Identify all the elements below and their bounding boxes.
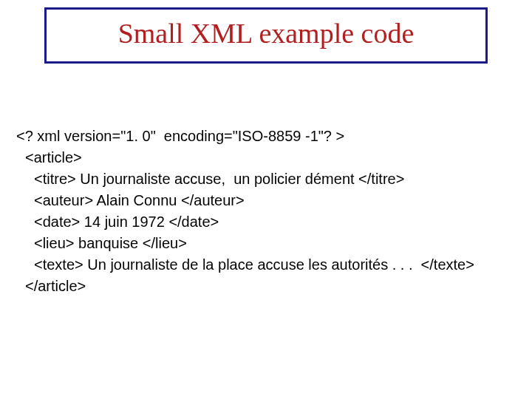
code-line-lieu: <lieu> banquise </lieu> <box>16 233 516 254</box>
xml-code-block: <? xml version="1. 0" encoding="ISO-8859… <box>16 126 516 297</box>
code-line-date: <date> 14 juin 1972 </date> <box>16 211 516 233</box>
code-line-article-open: <article> <box>16 147 516 168</box>
code-line-article-close: </article> <box>16 276 516 297</box>
slide: Small XML example code <? xml version="1… <box>0 0 532 399</box>
code-line-texte: <texte> Un journaliste de la place accus… <box>16 254 516 276</box>
slide-title: Small XML example code <box>47 18 485 50</box>
code-line-xml-decl: <? xml version="1. 0" encoding="ISO-8859… <box>16 126 516 147</box>
code-line-auteur: <auteur> Alain Connu </auteur> <box>16 190 516 211</box>
code-line-titre: <titre> Un journaliste accuse, un polici… <box>16 168 516 190</box>
title-box: Small XML example code <box>44 7 488 64</box>
